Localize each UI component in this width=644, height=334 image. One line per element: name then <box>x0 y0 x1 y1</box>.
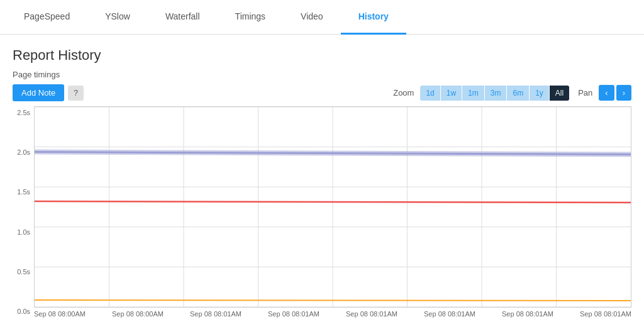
pan-next-button[interactable]: › <box>616 85 631 101</box>
y-label-2-0: 2.0s <box>13 148 30 156</box>
zoom-6m-button[interactable]: 6m <box>507 86 530 101</box>
content-area: Report History Page timings Add Note ? Z… <box>0 35 644 318</box>
x-label-2: Sep 08 08:01AM <box>190 310 242 318</box>
help-button[interactable]: ? <box>68 86 84 101</box>
svg-line-15 <box>35 201 631 203</box>
y-axis: 2.5s 2.0s 1.5s 1.0s 0.5s 0.0s <box>13 106 34 318</box>
y-label-0-5: 0.5s <box>13 268 30 276</box>
tab-yslow[interactable]: YSlow <box>87 0 148 35</box>
svg-line-16 <box>35 300 631 301</box>
y-label-1-5: 1.5s <box>13 188 30 196</box>
tab-pagespeed[interactable]: PageSpeed <box>6 0 87 35</box>
x-label-6: Sep 08 08:01AM <box>502 310 553 318</box>
zoom-1y-button[interactable]: 1y <box>530 86 550 101</box>
x-label-0: Sep 08 08:00AM <box>34 310 86 318</box>
x-label-7: Sep 08 08:01AM <box>580 310 631 318</box>
zoom-1w-button[interactable]: 1w <box>441 86 462 101</box>
zoom-label: Zoom <box>393 88 414 97</box>
pan-buttons: ‹ › <box>599 85 631 101</box>
x-label-1: Sep 08 08:00AM <box>112 310 164 318</box>
section-label: Page timings <box>13 70 631 79</box>
tabs-bar: PageSpeed YSlow Waterfall Timings Video … <box>0 0 644 35</box>
pan-label: Pan <box>578 88 592 97</box>
zoom-3m-button[interactable]: 3m <box>485 86 508 101</box>
zoom-buttons: 1d 1w 1m 3m 6m 1y All <box>420 86 569 101</box>
y-label-2-5: 2.5s <box>13 109 30 116</box>
y-label-1-0: 1.0s <box>13 228 30 236</box>
x-label-4: Sep 08 08:01AM <box>346 310 397 318</box>
tab-waterfall[interactable]: Waterfall <box>148 0 218 35</box>
tab-timings[interactable]: Timings <box>218 0 284 35</box>
x-axis: Sep 08 08:00AM Sep 08 08:00AM Sep 08 08:… <box>34 308 631 318</box>
x-label-3: Sep 08 08:01AM <box>268 310 319 318</box>
zoom-1m-button[interactable]: 1m <box>462 86 485 101</box>
pan-prev-button[interactable]: ‹ <box>599 85 614 101</box>
tab-history[interactable]: History <box>341 0 406 35</box>
add-note-button[interactable]: Add Note <box>13 84 64 101</box>
chart-wrapper: 2.5s 2.0s 1.5s 1.0s 0.5s 0.0s <box>13 106 631 318</box>
chart-canvas <box>34 106 631 308</box>
x-label-5: Sep 08 08:01AM <box>424 310 475 318</box>
chart-svg <box>35 107 631 307</box>
chart-area: Sep 08 08:00AM Sep 08 08:00AM Sep 08 08:… <box>34 106 631 318</box>
tab-video[interactable]: Video <box>283 0 341 35</box>
page-title: Report History <box>13 47 631 64</box>
zoom-all-button[interactable]: All <box>550 86 569 101</box>
zoom-1d-button[interactable]: 1d <box>420 86 440 101</box>
y-label-0-0: 0.0s <box>13 308 30 315</box>
chart-toolbar: Add Note ? Zoom 1d 1w 1m 3m 6m 1y All Pa… <box>13 84 631 101</box>
